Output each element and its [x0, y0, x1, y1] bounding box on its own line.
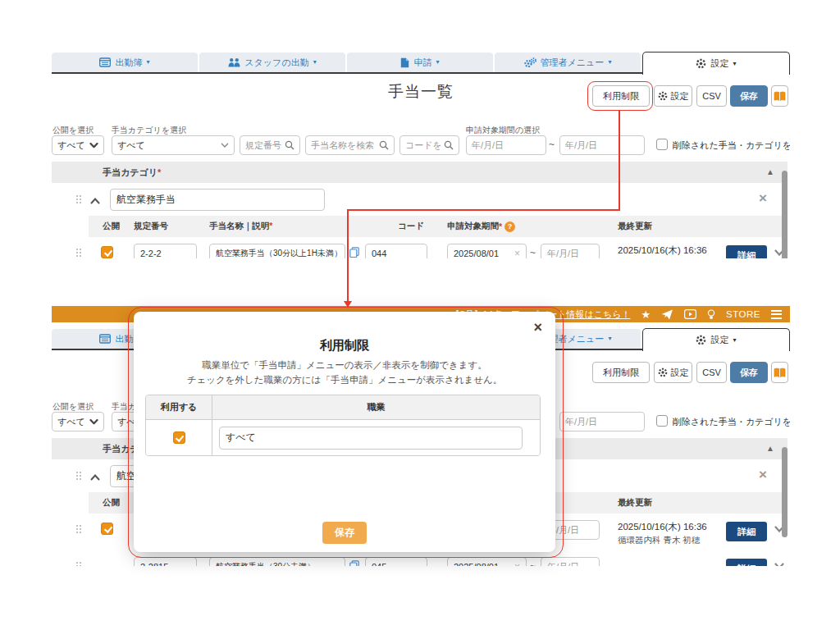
detail-button[interactable]: 詳細: [726, 245, 767, 258]
public-select-value: すべて: [57, 416, 86, 428]
gear-icon: [658, 91, 668, 101]
scroll-top-icon[interactable]: ▲: [766, 167, 774, 176]
collapse-chevron-icon[interactable]: [90, 198, 100, 204]
code-search-placeholder: コードを検: [405, 139, 441, 152]
period-start-input[interactable]: 2025/08/01×: [447, 244, 527, 258]
drag-handle[interactable]: [76, 562, 78, 564]
collapse-chevron-icon[interactable]: [90, 474, 100, 481]
category-close-icon[interactable]: ×: [759, 468, 767, 482]
code-input[interactable]: 044: [365, 244, 427, 258]
scrollbar-thumb[interactable]: [782, 447, 788, 537]
period-end-input[interactable]: 年/月/日: [541, 557, 600, 566]
manual-book-button[interactable]: [771, 362, 788, 383]
category-name-input[interactable]: 航空業務手当: [110, 189, 325, 211]
use-checkbox[interactable]: [173, 431, 185, 444]
store-link[interactable]: STORE: [726, 309, 760, 319]
public-checkbox[interactable]: [101, 523, 113, 535]
csv-button[interactable]: CSV: [696, 362, 727, 383]
show-deleted-checkbox[interactable]: [656, 139, 668, 150]
manual-book-button[interactable]: [771, 85, 788, 107]
code-search-input[interactable]: コードを検: [399, 135, 459, 155]
modal-close-icon[interactable]: ×: [533, 320, 542, 335]
save-button[interactable]: 保存: [730, 362, 768, 383]
settings-label: 設定: [671, 90, 689, 103]
attendance-book-icon: [99, 57, 111, 67]
copy-icon[interactable]: [349, 560, 359, 566]
detail-button[interactable]: 詳細: [726, 522, 767, 541]
modal-description-line2: チェックを外した職業の方には「手当申請」メニューが表示されません。: [134, 374, 555, 386]
regno-search-placeholder: 規定番号を: [245, 139, 281, 152]
name-input[interactable]: 航空業務手当（30分未満）: [209, 557, 345, 566]
regno-search-input[interactable]: 規定番号を: [240, 135, 300, 155]
csv-button[interactable]: CSV: [696, 85, 727, 107]
drag-handle[interactable]: [76, 472, 78, 473]
code-input[interactable]: 045: [365, 557, 427, 566]
tab-label: 設定: [710, 334, 728, 346]
attendance-book-icon: [99, 334, 111, 344]
gear-icon: [696, 335, 706, 345]
send-icon[interactable]: [661, 309, 673, 320]
menu-icon[interactable]: [771, 310, 782, 319]
tab-admin-menu[interactable]: 管理者メニュー ▾: [495, 52, 641, 72]
period-start-input[interactable]: 2025/08/01×: [447, 557, 527, 566]
period-end-input[interactable]: 年/月/日: [541, 244, 600, 258]
tab-settings[interactable]: 設定 ▾: [642, 52, 790, 75]
drag-handle[interactable]: [76, 195, 78, 197]
period-start-filter-input[interactable]: 年/月/日: [466, 135, 546, 155]
public-select[interactable]: すべて: [52, 135, 104, 155]
drag-handle[interactable]: [76, 525, 78, 527]
column-name: 手当名称｜説明*: [209, 221, 272, 232]
caret-down-icon: ▾: [313, 59, 317, 66]
date-placeholder: 年/月/日: [472, 139, 541, 152]
public-filter-label: 公開を選択: [52, 125, 94, 136]
copy-icon[interactable]: [349, 247, 359, 258]
drag-handle[interactable]: [76, 249, 78, 250]
tab-attendance-book[interactable]: 出勤簿 ▾: [52, 52, 198, 72]
usage-restriction-label: 利用制限: [603, 367, 639, 379]
public-checkbox[interactable]: [101, 246, 113, 258]
clear-date-icon[interactable]: ×: [514, 562, 520, 566]
clear-date-icon[interactable]: ×: [514, 249, 520, 258]
star-icon[interactable]: ★: [641, 309, 651, 320]
document-icon: [400, 57, 409, 68]
settings-label: 設定: [671, 367, 689, 379]
category-close-icon[interactable]: ×: [759, 191, 767, 205]
show-deleted-checkbox[interactable]: [656, 415, 668, 427]
help-icon[interactable]: ?: [504, 221, 515, 232]
name-input[interactable]: 航空業務手当（30分以上1H未満）: [209, 244, 345, 258]
use-column-header: 利用する: [146, 395, 212, 419]
detail-button[interactable]: 詳細: [726, 559, 767, 566]
tab-staff-attendance[interactable]: スタッフの出勤 ▾: [199, 52, 345, 72]
period-end-filter-input[interactable]: 年/月/日: [559, 135, 645, 155]
name-search-placeholder: 手当名称を検索: [311, 139, 376, 152]
tab-application[interactable]: 申請 ▾: [347, 52, 493, 72]
row-chevron-down-icon[interactable]: [774, 563, 784, 566]
caret-down-icon: ▾: [733, 337, 736, 344]
scrollbar-thumb[interactable]: [782, 171, 788, 258]
video-icon[interactable]: [684, 309, 696, 319]
regno-input[interactable]: 2-2-2: [134, 244, 197, 258]
tab-settings[interactable]: 設定 ▾: [642, 328, 790, 351]
job-value-input[interactable]: すべて: [219, 427, 523, 450]
search-icon: [285, 140, 294, 150]
modal-save-button[interactable]: 保存: [322, 522, 367, 544]
scroll-top-icon[interactable]: ▲: [766, 444, 774, 453]
column-public: 公開: [103, 221, 120, 232]
chevron-down-icon: [221, 143, 229, 148]
period-end-filter-input[interactable]: 年/月/日: [559, 412, 645, 431]
usage-table: 利用する 職業 すべて: [145, 395, 541, 456]
name-search-input[interactable]: 手当名称を検索: [305, 135, 395, 155]
category-name-value: 航空業務手当: [116, 193, 176, 207]
category-select[interactable]: すべて: [112, 135, 235, 155]
column-last-update: 最終更新: [618, 221, 652, 232]
toolbar-settings-button[interactable]: 設定: [654, 362, 692, 383]
toolbar-settings-button[interactable]: 設定: [654, 85, 692, 107]
public-select[interactable]: すべて: [52, 412, 104, 431]
regno-input[interactable]: 2-2815: [134, 557, 197, 566]
save-button[interactable]: 保存: [730, 85, 768, 107]
bulb-icon[interactable]: [707, 309, 715, 320]
usage-restriction-button[interactable]: 利用制限: [592, 85, 650, 107]
column-header-row: [89, 216, 788, 237]
usage-restriction-button[interactable]: 利用制限: [592, 362, 650, 383]
csv-label: CSV: [702, 91, 721, 101]
